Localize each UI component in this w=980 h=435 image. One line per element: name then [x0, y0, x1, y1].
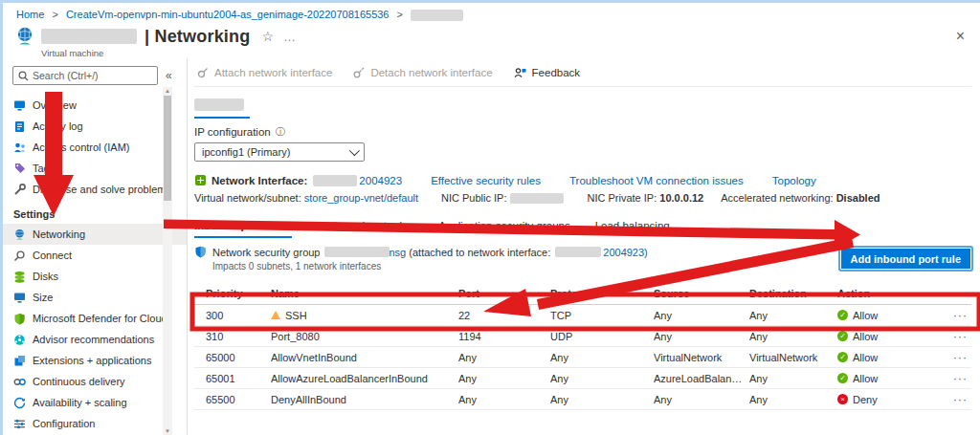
detach-network-interface-button[interactable]: Detach network interface: [353, 67, 492, 78]
scrollbar-thumb[interactable]: [164, 96, 171, 201]
col-protocol: Protocol: [550, 288, 654, 299]
col-destination: Destination: [749, 288, 837, 299]
size-icon: [13, 292, 26, 304]
allow-icon: ✓: [837, 331, 848, 341]
scroll-down-icon[interactable]: ▼: [163, 428, 172, 434]
info-icon[interactable]: ⓘ: [276, 125, 285, 139]
sidebar-item-access-control[interactable]: Access control (IAM): [3, 137, 187, 158]
accelerated-networking-label: Accelerated networking:: [721, 192, 833, 204]
table-header-row: Priority Name Port Protocol Source Desti…: [194, 282, 971, 305]
effective-security-rules-link[interactable]: Effective security rules: [431, 175, 541, 186]
private-ip-value: 10.0.0.12: [659, 192, 703, 204]
nsg-nic-link[interactable]: 2004923): [603, 247, 648, 258]
sidebar-item-configuration[interactable]: Configuration: [3, 413, 187, 434]
more-options-icon[interactable]: …: [283, 30, 297, 44]
col-source: Source: [654, 288, 749, 299]
ip-configuration-select[interactable]: ipconfig1 (Primary): [194, 142, 365, 162]
tab-application-security-groups[interactable]: Application security groups: [438, 220, 569, 238]
allow-icon: ✓: [837, 310, 848, 320]
search-input[interactable]: [33, 70, 152, 81]
add-inbound-port-rule-button[interactable]: Add inbound port rule: [840, 248, 971, 270]
sidebar-item-networking[interactable]: Networking: [3, 224, 187, 245]
attach-icon: [197, 67, 209, 78]
deny-icon: ×: [837, 394, 848, 404]
breadcrumb-separator: >: [397, 9, 403, 20]
port-rules-tabs: Inbound port rules Outbound port rules A…: [194, 220, 971, 238]
nsg-name-redacted: [324, 247, 390, 257]
breadcrumb-vm-link[interactable]: CreateVm-openvpn-min-ubuntu2004-as_genim…: [66, 9, 390, 20]
row-menu-icon[interactable]: ···: [920, 351, 971, 364]
inbound-rules-table: Priority Name Port Protocol Source Desti…: [194, 282, 971, 410]
overview-icon: [13, 99, 26, 112]
sidebar-item-availability-scaling[interactable]: Availability + scaling: [3, 392, 187, 413]
nic-tab-selected[interactable]: [194, 96, 250, 119]
sidebar-item-overview[interactable]: Overview: [3, 95, 187, 116]
sidebar-item-tags[interactable]: Tags: [3, 158, 187, 179]
vnet-link[interactable]: store_group-vnet/default: [304, 192, 418, 204]
tab-inbound-port-rules[interactable]: Inbound port rules: [194, 220, 292, 238]
private-ip-label: NIC Private IP:: [587, 192, 657, 204]
table-row-port-8080[interactable]: 310 Port_8080 1194 UDP Any Any ✓Allow ··…: [194, 326, 971, 347]
command-bar: Attach network interface Detach network …: [194, 58, 971, 87]
networking-icon: [13, 228, 26, 241]
sidebar-item-advisor[interactable]: Advisor recommendations: [3, 329, 187, 350]
table-row-allowazureloadbalancerinbound[interactable]: 65001 AllowAzureLoadBalancerInBound Any …: [194, 368, 971, 389]
continuous-delivery-icon: [13, 376, 26, 388]
availability-scaling-icon: [13, 397, 26, 409]
table-row-ssh[interactable]: 300 SSH 22 TCP Any Any ✓Allow ···: [194, 305, 971, 326]
feedback-icon: [514, 67, 526, 78]
row-menu-icon[interactable]: ···: [920, 393, 971, 406]
col-name: Name: [271, 288, 458, 299]
troubleshoot-link[interactable]: Troubleshoot VM connection issues: [569, 175, 744, 186]
page-title: | Networking: [145, 27, 250, 47]
scroll-up-icon[interactable]: ▲: [163, 88, 172, 94]
nic-tab-redacted-label: [194, 98, 244, 111]
tab-outbound-port-rules[interactable]: Outbound port rules: [317, 220, 414, 238]
feedback-button[interactable]: Feedback: [514, 67, 581, 78]
vnet-label: Virtual network/subnet:: [194, 192, 301, 204]
allow-icon: ✓: [837, 373, 848, 383]
topology-link[interactable]: Topology: [772, 175, 816, 186]
breadcrumb-home-link[interactable]: Home: [16, 9, 44, 20]
chevron-down-icon: [349, 145, 360, 156]
nic-name-link[interactable]: 2004923: [359, 175, 402, 186]
vm-name-redacted: [41, 29, 137, 44]
nsg-section: Network security group nsg (attached to …: [194, 246, 971, 274]
search-icon: [18, 71, 29, 81]
attach-network-interface-button[interactable]: Attach network interface: [197, 67, 332, 78]
nsg-prefix: Network security group: [212, 247, 321, 258]
page-header: | Networking ☆ …: [14, 26, 297, 47]
close-icon[interactable]: ×: [956, 28, 965, 45]
nsg-shield-icon: [194, 246, 207, 258]
wrench-icon: [13, 184, 26, 196]
nsg-nic-redacted: [555, 247, 601, 257]
table-row-denyallinbound[interactable]: 65500 DenyAllInBound Any Any Any Any ×De…: [194, 389, 971, 410]
sidebar-item-continuous-delivery[interactable]: Continuous delivery: [3, 371, 187, 392]
col-port: Port: [458, 288, 550, 299]
sidebar-item-activity-log[interactable]: Activity log: [3, 116, 187, 137]
sidebar-item-diagnose[interactable]: Diagnose and solve problems: [3, 179, 187, 200]
virtual-machine-icon: [14, 26, 35, 47]
accelerated-networking-value: Disabled: [836, 192, 880, 204]
col-action: Action: [837, 288, 920, 299]
sidebar-item-defender[interactable]: Microsoft Defender for Cloud: [3, 308, 187, 329]
nsg-link[interactable]: nsg: [390, 247, 407, 258]
tab-load-balancing[interactable]: Load balancing: [595, 220, 670, 238]
network-interface-icon: [194, 174, 207, 186]
collapse-sidebar-icon[interactable]: «: [166, 69, 172, 82]
sidebar-scrollbar[interactable]: ▲ ▼: [163, 87, 172, 435]
sidebar-item-connect[interactable]: Connect: [3, 245, 187, 266]
row-menu-icon[interactable]: ···: [920, 372, 971, 385]
connect-icon: [13, 250, 26, 262]
favorite-star-icon[interactable]: ☆: [261, 29, 274, 44]
public-ip-redacted: [510, 193, 564, 204]
table-row-allowvnetinbound[interactable]: 65000 AllowVnetInBound Any Any VirtualNe…: [194, 347, 971, 368]
configuration-icon: [13, 418, 26, 430]
row-menu-icon[interactable]: ···: [920, 330, 971, 343]
col-priority: Priority: [206, 288, 271, 299]
sidebar-item-size[interactable]: Size: [3, 287, 187, 308]
shield-icon: [13, 313, 26, 325]
sidebar-item-extensions[interactable]: Extensions + applications: [3, 350, 187, 371]
row-menu-icon[interactable]: ···: [920, 309, 971, 322]
sidebar-item-disks[interactable]: Disks: [3, 266, 187, 287]
